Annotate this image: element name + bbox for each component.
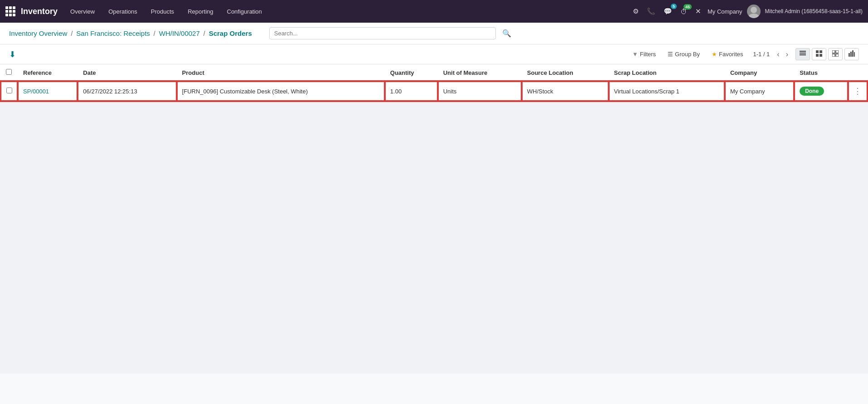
company-name: My Company (708, 8, 742, 15)
view-switcher (795, 48, 859, 60)
svg-point-0 (751, 7, 757, 13)
kanban-view-icon (816, 50, 822, 57)
svg-rect-14 (850, 52, 852, 57)
prev-page-button[interactable]: ‹ (775, 49, 781, 59)
timer-icon[interactable]: ⏱ 45 (679, 6, 689, 17)
chat-icon[interactable]: 💬 5 (662, 5, 674, 17)
more-icon[interactable]: ⋮ (853, 87, 862, 96)
table-container: Reference Date Product Quantity Unit of … (0, 64, 868, 102)
user-name: Mitchell Admin (16856458-saas-15-1-all) (765, 8, 863, 15)
svg-rect-12 (836, 54, 839, 57)
svg-rect-7 (816, 54, 819, 57)
breadcrumb-sep-3: / (204, 30, 205, 37)
svg-rect-6 (820, 50, 822, 53)
select-all-col (0, 64, 18, 81)
row-checkbox[interactable] (6, 88, 12, 93)
list-view-button[interactable] (795, 48, 810, 60)
col-actions (848, 64, 868, 81)
table-header-row: Reference Date Product Quantity Unit of … (0, 64, 868, 81)
search-icon[interactable]: 🔍 (502, 29, 511, 38)
svg-rect-16 (854, 52, 855, 57)
groupby-icon: ☰ (668, 51, 673, 58)
breadcrumb-whin[interactable]: WH/IN/00027 (159, 29, 200, 37)
svg-rect-9 (832, 50, 835, 53)
groupby-label: Group By (675, 51, 700, 58)
table-row[interactable]: SP/00001 06/27/2022 12:25:13 [FURN_0096]… (0, 81, 868, 101)
breadcrumb-inventory-overview[interactable]: Inventory Overview (9, 29, 67, 37)
bar-view-button[interactable] (844, 48, 859, 60)
list-view-icon (800, 50, 806, 57)
svg-rect-4 (800, 54, 806, 55)
toolbar-right: ▼ Filters ☰ Group By ★ Favorites 1-1 / 1… (628, 48, 859, 60)
nav-overview[interactable]: Overview (65, 5, 100, 18)
favorites-label: Favorites (719, 51, 743, 58)
timer-badge: 45 (684, 4, 692, 10)
favorites-button[interactable]: ★ Favorites (707, 49, 747, 59)
row-company: My Company (725, 81, 794, 101)
filters-button[interactable]: ▼ Filters (628, 49, 660, 59)
col-uom[interactable]: Unit of Measure (438, 64, 522, 81)
star-icon: ★ (712, 51, 717, 58)
nav-operations[interactable]: Operations (103, 5, 143, 18)
pagination-text: 1-1 / 1 (753, 51, 770, 58)
svg-rect-11 (832, 54, 835, 57)
topbar-right: ⚙ 📞 💬 5 ⏱ 45 ✕ My Company Mitchell Admin… (631, 5, 863, 18)
row-more-actions[interactable]: ⋮ (848, 81, 868, 101)
col-product[interactable]: Product (177, 64, 385, 81)
col-source-location[interactable]: Source Location (522, 64, 609, 81)
pivot-view-icon (832, 50, 839, 57)
row-quantity: 1.00 (385, 81, 438, 101)
breadcrumb-sep-1: / (71, 30, 73, 37)
brand-area: Inventory (5, 6, 58, 16)
chat-badge: 5 (671, 4, 677, 9)
content-area (0, 102, 868, 374)
bar-view-icon (849, 50, 855, 57)
svg-rect-3 (800, 53, 806, 54)
user-avatar[interactable] (747, 5, 761, 18)
col-company[interactable]: Company (725, 64, 794, 81)
close-icon[interactable]: ✕ (693, 5, 703, 17)
app-title[interactable]: Inventory (21, 7, 58, 16)
status-badge: Done (800, 87, 824, 96)
kanban-view-button[interactable] (812, 48, 826, 60)
col-scrap-location[interactable]: Scrap Location (609, 64, 725, 81)
svg-rect-10 (836, 50, 839, 53)
filter-icon: ▼ (632, 51, 638, 58)
col-status: Status (794, 64, 848, 81)
col-reference[interactable]: Reference (18, 64, 78, 81)
pivot-view-button[interactable] (828, 48, 843, 60)
svg-rect-13 (849, 53, 850, 57)
settings-icon[interactable]: ⚙ (631, 5, 640, 17)
groupby-button[interactable]: ☰ Group By (663, 49, 704, 59)
search-input[interactable] (269, 27, 496, 39)
row-status: Done (794, 81, 848, 101)
nav-products[interactable]: Products (145, 5, 179, 18)
breadcrumb-bar: Inventory Overview / San Francisco: Rece… (0, 23, 868, 44)
filters-label: Filters (640, 51, 656, 58)
col-date[interactable]: Date (78, 64, 176, 81)
svg-rect-8 (820, 54, 822, 57)
breadcrumb-scrap-orders: Scrap Orders (209, 29, 252, 37)
svg-rect-5 (816, 50, 819, 53)
row-reference: SP/00001 (18, 81, 78, 101)
svg-rect-2 (800, 51, 806, 52)
col-quantity[interactable]: Quantity (385, 64, 438, 81)
nav-configuration[interactable]: Configuration (222, 5, 267, 18)
breadcrumb-sep-2: / (154, 30, 155, 37)
toolbar: ⬇ ▼ Filters ☰ Group By ★ Favorites 1-1 /… (0, 44, 868, 64)
row-checkbox-cell (0, 81, 18, 101)
toolbar-left: ⬇ (9, 49, 16, 59)
row-date: 06/27/2022 12:25:13 (78, 81, 176, 101)
row-source-location: WH/Stock (522, 81, 609, 101)
row-product: [FURN_0096] Customizable Desk (Steel, Wh… (177, 81, 385, 101)
select-all-checkbox[interactable] (6, 69, 12, 75)
next-page-button[interactable]: › (784, 49, 790, 59)
phone-icon[interactable]: 📞 (645, 5, 657, 17)
row-uom: Units (438, 81, 522, 101)
top-navigation: Inventory Overview Operations Products R… (0, 0, 868, 23)
apps-icon[interactable] (5, 6, 15, 16)
nav-reporting[interactable]: Reporting (182, 5, 218, 18)
download-button[interactable]: ⬇ (9, 49, 16, 59)
row-scrap-location: Virtual Locations/Scrap 1 (609, 81, 725, 101)
breadcrumb-receipts[interactable]: San Francisco: Receipts (76, 29, 150, 37)
